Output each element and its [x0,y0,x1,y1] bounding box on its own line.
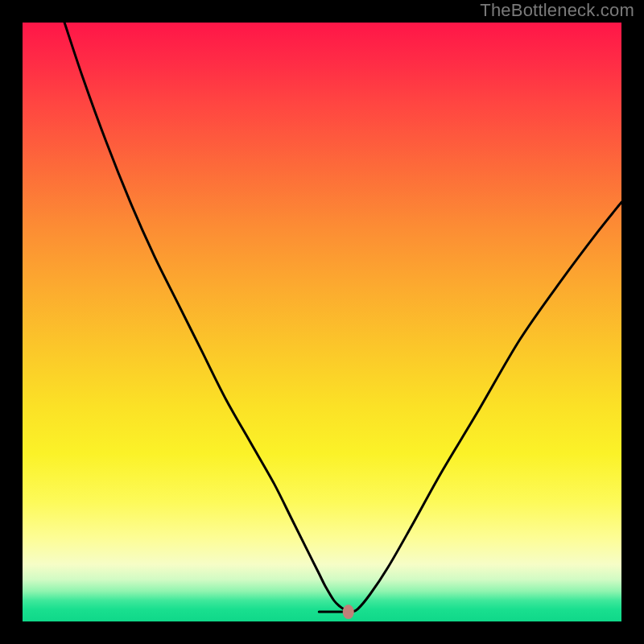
bottleneck-curve [64,23,621,612]
watermark-text: TheBottleneck.com [480,0,634,21]
optimum-marker [343,605,354,619]
plot-area [23,23,621,621]
curve-svg [23,23,621,621]
chart-frame: TheBottleneck.com [0,0,644,644]
